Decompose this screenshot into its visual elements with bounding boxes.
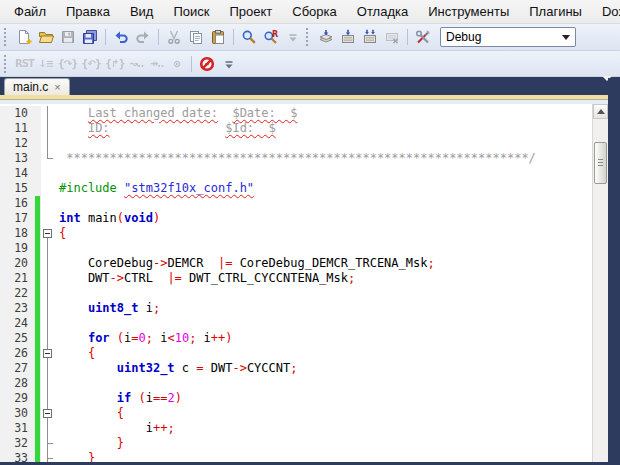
code-line-29: 29 if (i==2)	[0, 391, 592, 406]
line-number: 10	[0, 106, 34, 121]
debug-chevron-down-button[interactable]	[218, 53, 240, 75]
changed-line-marker	[34, 196, 41, 211]
fold-minus-icon[interactable]	[43, 409, 52, 418]
code-text: uint8_t i;	[55, 301, 160, 316]
menu-item-8[interactable]: Инструменты	[418, 1, 519, 22]
code-text: for (i=0; i<10; i++)	[55, 331, 233, 346]
fold-collapse-toggle[interactable]	[41, 406, 55, 421]
code-text: uint32_t c = DWT->CYCCNT;	[55, 361, 297, 376]
changed-line-marker	[34, 271, 41, 286]
build-target-selector[interactable]: Debug	[440, 27, 576, 47]
line-number: 30	[0, 406, 34, 421]
code-line-21: 21 DWT->CTRL |= DWT_CTRL_CYCCNTENA_Msk;	[0, 271, 592, 286]
code-line-13: 13 *************************************…	[0, 151, 592, 166]
code-text	[55, 196, 59, 211]
menu-item-5[interactable]: Проект	[219, 1, 282, 22]
code-line-11: 11 ID: $Id: $	[0, 121, 592, 136]
fold-margin	[41, 451, 55, 462]
code-line-30: 30 {	[0, 406, 592, 421]
rebuild-button	[381, 26, 403, 48]
changed-line-marker	[34, 436, 41, 451]
copy-button[interactable]	[185, 26, 207, 48]
code-text: ID: $Id: $	[55, 121, 276, 136]
code-line-26: 26 {	[0, 346, 592, 361]
toolbar-grip-compiler[interactable]	[306, 28, 311, 46]
fold-minus-icon[interactable]	[43, 229, 52, 238]
menu-item-6[interactable]: Сборка	[282, 1, 347, 22]
code-text: }	[55, 436, 124, 451]
code-editor[interactable]: 10 Last changed date: $Date: $11 ID: $Id…	[0, 104, 608, 462]
toolbar-grip-debugger[interactable]	[4, 55, 9, 73]
fold-collapse-toggle[interactable]	[41, 226, 55, 241]
vertical-scrollbar[interactable]	[592, 104, 608, 462]
undo-button[interactable]	[110, 26, 132, 48]
menu-item-4[interactable]: Поиск	[163, 1, 219, 22]
fold-margin	[41, 361, 55, 376]
change-margin	[34, 166, 41, 181]
fold-minus-icon[interactable]	[43, 349, 52, 358]
code-text: Last changed date: $Date: $	[55, 106, 297, 121]
change-margin	[34, 121, 41, 136]
toolbar-separator	[407, 29, 408, 45]
build-button[interactable]	[315, 26, 337, 48]
change-margin	[34, 136, 41, 151]
new-file-button[interactable]	[13, 26, 35, 48]
tab-main.c[interactable]: main.c×	[4, 78, 70, 95]
menu-item-10[interactable]: DoxyBlocks	[592, 1, 620, 22]
menu-item-9[interactable]: Плагины	[519, 1, 592, 22]
save-all-button[interactable]	[79, 26, 101, 48]
fold-margin	[41, 331, 55, 346]
toolbar-grip[interactable]	[4, 28, 9, 46]
code-text: #include "stm32f10x_conf.h"	[55, 181, 254, 196]
menu-item-3[interactable]: Вид	[120, 1, 164, 22]
fold-margin	[41, 151, 55, 166]
changed-line-marker	[34, 331, 41, 346]
changed-line-marker	[34, 316, 41, 331]
code-text	[55, 136, 59, 151]
changed-line-marker	[34, 286, 41, 301]
scroll-up-button[interactable]	[593, 104, 608, 119]
tools-button[interactable]	[412, 26, 434, 48]
line-number: 18	[0, 226, 34, 241]
chevron-down-icon	[562, 35, 570, 40]
code-text: int main(void)	[55, 211, 160, 226]
code-text: i++;	[55, 421, 175, 436]
scrollbar-thumb[interactable]	[594, 142, 607, 184]
line-number: 26	[0, 346, 34, 361]
menu-item-2[interactable]: Правка	[56, 1, 120, 22]
changed-line-marker	[34, 241, 41, 256]
debug-next-instruction-icon: ↝‥	[127, 53, 147, 75]
paste-button[interactable]	[207, 26, 229, 48]
open-file-button[interactable]	[35, 26, 57, 48]
code-line-33: 33 }	[0, 451, 592, 462]
changed-line-marker	[34, 226, 41, 241]
line-number: 24	[0, 316, 34, 331]
find-button[interactable]	[238, 26, 260, 48]
find-replace-button[interactable]: R	[260, 26, 282, 48]
fold-margin	[41, 106, 55, 121]
line-number: 33	[0, 451, 34, 462]
build-and-run-button[interactable]	[359, 26, 381, 48]
code-text	[55, 286, 59, 301]
change-margin	[34, 181, 41, 196]
changed-line-marker	[34, 301, 41, 316]
code-line-16: 16	[0, 196, 592, 211]
changed-line-marker	[34, 406, 41, 421]
tab-close-icon[interactable]: ×	[54, 82, 60, 92]
line-number: 22	[0, 286, 34, 301]
fold-margin	[41, 436, 55, 451]
editor-tab-bar: main.c×	[0, 77, 620, 95]
line-number: 25	[0, 331, 34, 346]
code-line-15: 15#include "stm32f10x_conf.h"	[0, 181, 592, 196]
debug-step-out-icon: {↱}	[103, 53, 127, 75]
debug-abort-button[interactable]	[196, 53, 218, 75]
fold-collapse-toggle[interactable]	[41, 346, 55, 361]
run-button[interactable]	[337, 26, 359, 48]
changed-line-marker	[34, 346, 41, 361]
code-line-18: 18{	[0, 226, 592, 241]
code-text: {	[55, 226, 66, 241]
menu-item-7[interactable]: Отладка	[347, 1, 418, 22]
menu-item-1[interactable]: Файл	[4, 1, 56, 22]
changed-line-marker	[34, 451, 41, 462]
line-number: 16	[0, 196, 34, 211]
